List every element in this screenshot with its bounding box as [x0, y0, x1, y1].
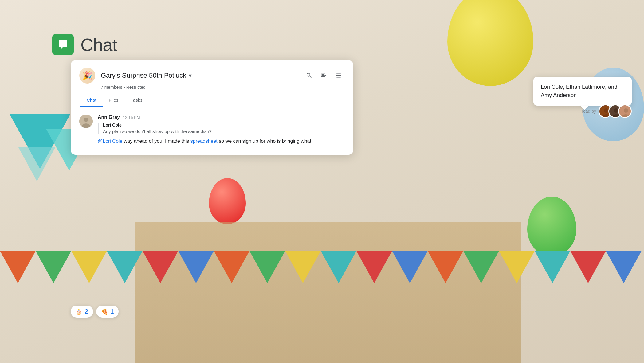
group-restriction: Restricted [126, 85, 146, 90]
tab-files[interactable]: Files [103, 94, 125, 107]
svg-point-10 [604, 108, 608, 113]
reaction-cake[interactable]: 🎂 2 [71, 306, 93, 318]
bunt-15 [499, 251, 535, 283]
bunt-11 [356, 251, 392, 283]
tooltip-text: Lori Cole, Ethan Lattimore, and Amy Ande… [541, 84, 617, 98]
tooltip-bubble: Lori Cole, Ethan Lattimore, and Amy Ande… [533, 77, 632, 106]
quoted-text: Any plan so we don't all show up with th… [103, 129, 345, 134]
bunt-4 [107, 251, 143, 283]
bunt-10 [321, 251, 356, 283]
bunt-6 [178, 251, 214, 283]
quoted-message: Lori Cole Any plan so we don't all show … [98, 123, 345, 134]
chat-window-title-row: 🎉 Gary's Surprise 50th Potluck ▾ [79, 68, 345, 84]
bunt-18 [606, 251, 642, 283]
svg-marker-2 [325, 75, 327, 76]
chevron-down-icon: ▾ [189, 72, 192, 79]
bunt-9 [285, 251, 321, 283]
bunt-5 [143, 251, 178, 283]
chat-window-actions [303, 69, 345, 82]
svg-rect-5 [336, 77, 341, 77]
message-time: 12:15 PM [123, 115, 140, 120]
search-button[interactable] [303, 69, 315, 82]
read-by-avatars [599, 104, 632, 118]
video-icon [320, 72, 327, 79]
bunt-12 [392, 251, 428, 283]
chat-logo [52, 34, 74, 55]
triangle-teal-tiny [18, 147, 55, 181]
chat-body: Ann Gray 12:15 PM Lori Cole Any plan so … [71, 107, 353, 155]
svg-rect-3 [336, 74, 341, 74]
cake-emoji: 🎂 [76, 308, 82, 315]
bunt-7 [214, 251, 249, 283]
group-name-row[interactable]: Gary's Surprise 50th Potluck ▾ [101, 72, 192, 80]
video-button[interactable] [318, 69, 330, 82]
message-row: Ann Gray 12:15 PM Lori Cole Any plan so … [79, 115, 345, 145]
chat-window-header: 🎉 Gary's Surprise 50th Potluck ▾ [71, 60, 353, 107]
bunt-13 [428, 251, 463, 283]
ann-gray-avatar [79, 115, 93, 128]
chat-group-name-container: Gary's Surprise 50th Potluck ▾ [101, 72, 192, 80]
svg-point-17 [624, 108, 628, 113]
chat-window-subtitle: 7 members • Restricted [101, 85, 345, 90]
curtain-backdrop [135, 222, 521, 363]
bunt-1 [0, 251, 36, 283]
chat-logo-svg [56, 38, 70, 51]
chat-window: 🎉 Gary's Surprise 50th Potluck ▾ [71, 60, 353, 155]
svg-point-7 [84, 118, 88, 122]
bunt-8 [249, 251, 285, 283]
reaction-pizza[interactable]: 🍕 1 [96, 306, 119, 318]
bunt-3 [71, 251, 107, 283]
balloon-yellow [447, 0, 533, 86]
spreadsheet-link[interactable]: spreadsheet [190, 139, 218, 144]
message-content: Ann Gray 12:15 PM Lori Cole Any plan so … [98, 115, 345, 145]
mention-lori[interactable]: @Lori Cole [98, 139, 122, 144]
message-author-row: Ann Gray 12:15 PM [98, 115, 345, 120]
group-avatar: 🎉 [79, 68, 95, 84]
menu-icon [335, 72, 342, 79]
ann-avatar-svg [79, 115, 93, 128]
chat-header: Chat [52, 34, 117, 55]
pizza-emoji: 🍕 [101, 308, 108, 315]
pizza-count: 1 [110, 308, 114, 315]
message-text-after-link: so we can sign up for who is bringing wh… [218, 139, 311, 144]
read-by-area: read by [582, 104, 632, 118]
tab-tasks[interactable]: Tasks [124, 94, 148, 107]
read-avatar-3-svg [619, 105, 632, 118]
bunt-16 [535, 251, 570, 283]
cake-count: 2 [85, 308, 88, 315]
bunt-17 [570, 251, 606, 283]
reactions-container: 🎂 2 🍕 1 [71, 306, 119, 318]
quoted-author: Lori Cole [103, 123, 345, 127]
chat-tabs: Chat Files Tasks [80, 93, 345, 107]
group-name: Gary's Surprise 50th Potluck [101, 72, 186, 80]
search-icon [306, 72, 312, 79]
message-text: @Lori Cole way ahead of you! I made this… [98, 138, 345, 145]
message-text-before-link: way ahead of you! I made this [122, 139, 190, 144]
message-author: Ann Gray [98, 115, 120, 120]
group-members: 7 members [101, 85, 122, 90]
menu-button[interactable] [332, 69, 345, 82]
svg-point-14 [614, 108, 618, 113]
tab-chat[interactable]: Chat [80, 94, 103, 107]
svg-rect-4 [336, 75, 341, 76]
read-avatar-3 [618, 104, 632, 118]
read-by-label: read by [582, 109, 596, 114]
app-title: Chat [80, 34, 117, 55]
bunt-2 [36, 251, 71, 283]
bunt-14 [463, 251, 499, 283]
chat-window-title-left: 🎉 Gary's Surprise 50th Potluck ▾ [79, 68, 192, 84]
bunting-row-1 [0, 251, 642, 283]
